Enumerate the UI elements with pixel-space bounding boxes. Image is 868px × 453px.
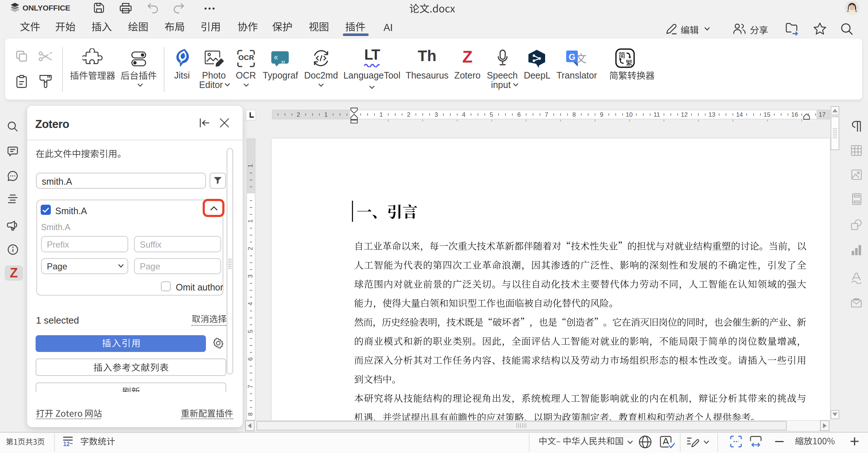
svg-text:1: 1	[380, 111, 383, 118]
svg-text:5: 5	[247, 330, 254, 333]
svg-text:8: 8	[247, 412, 254, 416]
svg-text:10: 10	[626, 111, 633, 118]
svg-text:2: 2	[247, 247, 254, 250]
svg-text:11: 11	[654, 111, 660, 118]
svg-text:3: 3	[247, 274, 254, 278]
svg-text:14: 14	[736, 111, 743, 118]
svg-text:16: 16	[791, 111, 798, 118]
svg-text:12: 12	[681, 111, 688, 118]
svg-text:6: 6	[247, 357, 254, 361]
svg-text:7: 7	[247, 385, 254, 388]
svg-text:8: 8	[572, 111, 576, 118]
svg-text:4: 4	[462, 111, 465, 118]
svg-text:5: 5	[490, 111, 493, 118]
svg-text:1: 1	[324, 111, 328, 118]
svg-text:17: 17	[819, 111, 826, 118]
svg-text:2: 2	[297, 111, 300, 118]
svg-text:1: 1	[247, 164, 254, 167]
svg-text:9: 9	[600, 111, 603, 118]
svg-text:3: 3	[434, 111, 438, 118]
svg-text:13: 13	[709, 111, 715, 118]
svg-text:7: 7	[545, 111, 548, 118]
svg-text:1: 1	[247, 219, 254, 223]
svg-text:6: 6	[517, 111, 520, 118]
svg-text:2: 2	[407, 111, 410, 118]
svg-text:4: 4	[247, 302, 254, 305]
svg-text:15: 15	[764, 111, 771, 118]
